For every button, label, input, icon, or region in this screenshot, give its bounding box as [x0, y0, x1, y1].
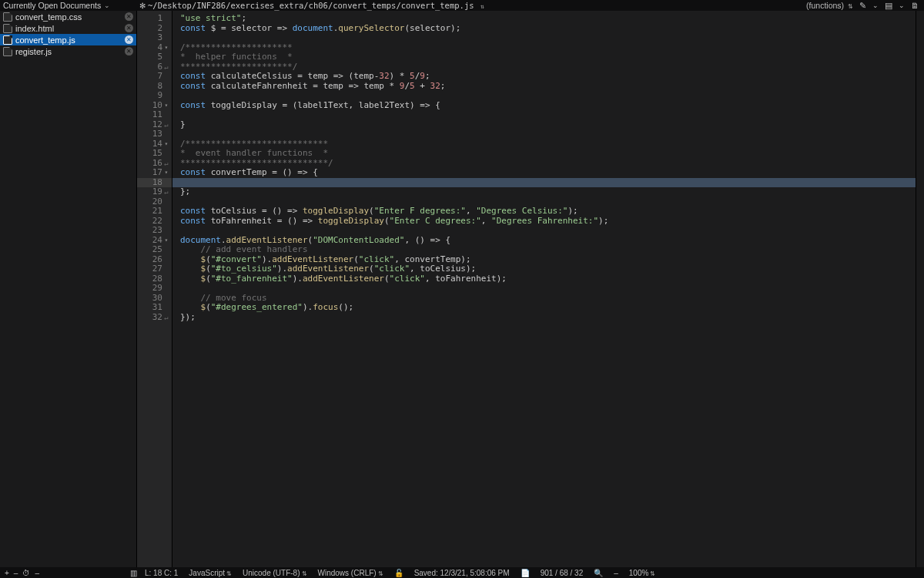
code-line[interactable]: $("#to_fahrenheit").addEventListener("cl… — [180, 274, 916, 284]
updown-icon: ⇅ — [226, 570, 232, 577]
sidebar-toggle-icon[interactable]: ▤ — [885, 1, 892, 10]
cursor-position: L: 18 C: 1 — [145, 569, 178, 577]
file-icon — [3, 12, 12, 22]
code-line[interactable]: }; — [180, 187, 916, 197]
gutter-line[interactable]: 2 — [137, 24, 172, 34]
gutter-line[interactable]: 29 — [137, 284, 172, 294]
vertical-scrollbar[interactable] — [916, 11, 924, 567]
add-button[interactable]: + — [5, 569, 9, 577]
code-line[interactable] — [172, 178, 916, 188]
gutter-line[interactable]: 31 — [137, 303, 172, 313]
code-line[interactable]: const $ = selector => document.querySele… — [180, 24, 916, 34]
gutter[interactable]: 1234▾56↵78910▾1112↵1314▾1516↵17▾1819↵202… — [137, 11, 172, 567]
document-name: register.js — [15, 47, 125, 56]
gutter-line[interactable]: 3 — [137, 33, 172, 43]
gear-icon[interactable]: ✻ — [137, 2, 148, 10]
functions-dropdown[interactable]: (functions) ⇅ — [806, 1, 853, 10]
chevron-down-icon[interactable]: ⌄ — [899, 2, 905, 9]
code-line[interactable]: }); — [180, 313, 916, 323]
close-icon[interactable]: ✕ — [125, 47, 133, 55]
code-line[interactable] — [180, 284, 916, 294]
gutter-line[interactable]: 6↵ — [137, 62, 172, 72]
view-toggle-icon[interactable]: ▥ — [130, 569, 137, 577]
language-dropdown[interactable]: JavaScript⇅ — [189, 569, 232, 577]
token-num-lit: 9 — [420, 71, 425, 81]
sidebar-document-item[interactable]: convert_temp.css✕ — [0, 11, 136, 22]
code-line[interactable]: const calculateFahrenheit = temp => temp… — [180, 82, 916, 92]
line-number: 21 — [146, 207, 162, 217]
lock-icon[interactable]: 🔓 — [394, 569, 403, 577]
gutter-line[interactable]: 19↵ — [137, 187, 172, 197]
token-op: (label1Text, label2Text) — [287, 100, 420, 110]
gutter-line[interactable]: 25 — [137, 245, 172, 255]
token-kw: const — [180, 71, 206, 81]
gutter-line[interactable]: 23 — [137, 226, 172, 236]
editor[interactable]: 1234▾56↵78910▾1112↵1314▾1516↵17▾1819↵202… — [137, 11, 924, 567]
gutter-line[interactable]: 13 — [137, 129, 172, 139]
fold-toggle-icon[interactable]: ▾ — [162, 101, 170, 111]
search-icon[interactable]: 🔍 — [594, 569, 603, 577]
token-str: "Degrees Fahrenheit:" — [491, 216, 598, 226]
gutter-line[interactable]: 1 — [137, 14, 172, 24]
fold-toggle-icon[interactable]: ▾ — [162, 168, 170, 178]
gutter-line[interactable]: 17▾ — [137, 168, 172, 178]
file-path-dropdown[interactable]: ~/Desktop/INF286/exercises_extra/ch06/co… — [148, 1, 806, 10]
line-number: 25 — [146, 245, 162, 255]
token-op: selector — [226, 23, 277, 33]
zoom-dropdown[interactable]: 100%⇅ — [629, 569, 656, 577]
token-op: , toCelsius); — [410, 264, 476, 274]
fold-toggle-icon[interactable]: ▾ — [162, 139, 170, 150]
close-icon[interactable]: ✕ — [125, 24, 133, 32]
line-number: 19 — [146, 187, 162, 197]
code-line[interactable] — [180, 110, 916, 120]
gutter-line[interactable]: 32↵ — [137, 313, 172, 323]
code-line[interactable]: } — [180, 120, 916, 130]
code-line[interactable]: $("#degrees_entered").focus(); — [180, 303, 916, 313]
chevron-down-icon[interactable]: ⌄ — [872, 2, 879, 9]
close-icon[interactable]: ✕ — [125, 12, 133, 21]
token-op: . — [221, 235, 226, 245]
sidebar-document-item[interactable]: register.js✕ — [0, 45, 136, 57]
token-op — [180, 293, 201, 303]
gutter-line[interactable]: 7 — [137, 72, 172, 82]
code-line[interactable]: const convertTemp = () => { — [180, 168, 916, 178]
token-op: , convertTemp); — [394, 254, 470, 264]
sidebar-document-item[interactable]: convert_temp.js✕ — [0, 34, 136, 45]
document-name: convert_temp.js — [15, 35, 125, 45]
history-icon[interactable]: ⏱ — [22, 569, 30, 577]
token-op: toggleDisplay — [206, 100, 282, 110]
fold-toggle-icon[interactable]: ▾ — [162, 236, 170, 246]
token-op: ; — [425, 71, 430, 81]
fold-toggle-icon[interactable]: ▾ — [162, 43, 170, 53]
token-cm: // add event handlers — [201, 244, 308, 254]
pen-icon[interactable]: ✎ — [859, 1, 866, 10]
gutter-line[interactable]: 9 — [137, 91, 172, 101]
encoding-dropdown[interactable]: Unicode (UTF-8)⇅ — [243, 569, 306, 577]
line-endings-dropdown[interactable]: Windows (CRLF)⇅ — [318, 569, 383, 577]
gutter-line[interactable]: 11 — [137, 110, 172, 120]
gutter-line[interactable]: 4▾ — [137, 43, 172, 53]
close-icon[interactable]: ✕ — [125, 35, 133, 44]
token-cm: **********************/ — [180, 62, 297, 72]
gutter-line[interactable]: 15 — [137, 149, 172, 159]
gutter-line[interactable]: 27 — [137, 264, 172, 274]
code-line[interactable]: const toggleDisplay = (label1Text, label… — [180, 101, 916, 111]
code-area[interactable]: "use strict";const $ = selector => docum… — [172, 11, 916, 567]
gutter-line[interactable]: 5 — [137, 52, 172, 62]
token-op: () — [282, 216, 303, 226]
sidebar-document-item[interactable]: index.html✕ — [0, 22, 136, 34]
token-op: (); — [338, 302, 353, 312]
remove-button[interactable]: – — [35, 569, 39, 577]
zoom-out-button[interactable]: – — [614, 569, 618, 577]
code-line[interactable]: const toFahrenheit = () => toggleDisplay… — [180, 217, 916, 227]
line-number: 27 — [146, 264, 162, 274]
remove-button[interactable]: – — [14, 569, 18, 577]
open-documents-dropdown[interactable]: Currently Open Documents ⌄ — [0, 1, 137, 10]
gutter-line[interactable]: 21 — [137, 207, 172, 217]
fold-toggle-icon: ↵ — [162, 159, 170, 169]
token-op: { — [445, 235, 450, 245]
gutter-line[interactable]: 8 — [137, 82, 172, 92]
document-icon[interactable]: 🗎 — [911, 1, 919, 10]
document-name: index.html — [15, 24, 125, 33]
line-number: 15 — [146, 149, 162, 159]
